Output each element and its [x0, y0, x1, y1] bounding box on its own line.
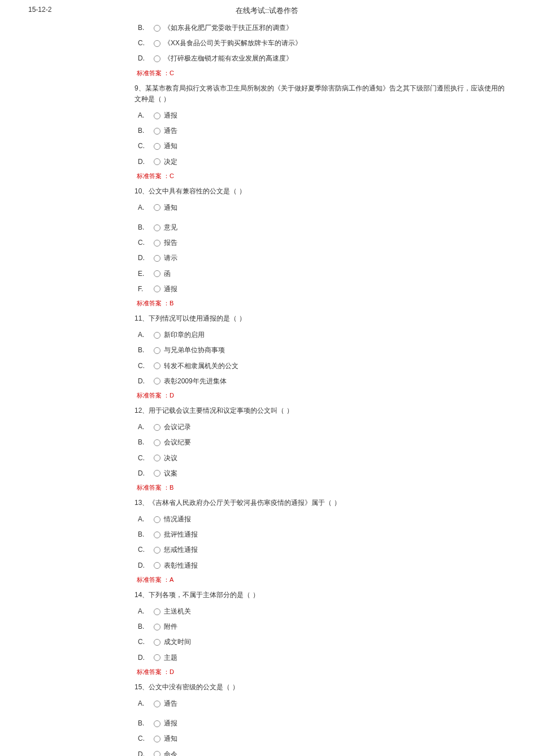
- option-row: C.报告: [134, 235, 506, 250]
- option-letter: B.: [134, 718, 153, 729]
- option-letter: D.: [134, 53, 153, 64]
- option-radio[interactable]: [154, 25, 160, 32]
- option-letter: A.: [134, 698, 153, 709]
- option-radio[interactable]: [154, 439, 160, 446]
- page-header: 15-12-2 在线考试::试卷作答: [0, 0, 534, 17]
- option-radio[interactable]: [154, 332, 160, 339]
- option-radio[interactable]: [154, 624, 160, 630]
- option-radio[interactable]: [154, 532, 160, 538]
- option-letter: A.: [134, 330, 153, 340]
- question-13-stem: 13、《吉林省人民政府办公厅关于蛟河县伤寒疫情的通报》属于（ ）: [134, 498, 506, 508]
- option-radio[interactable]: [154, 562, 160, 569]
- option-row: A.新印章的启用: [134, 327, 506, 343]
- option-text: 主题: [164, 653, 177, 663]
- option-row: D. 《打碎极左枷锁才能有农业发展的高速度》: [134, 51, 506, 66]
- option-radio[interactable]: [154, 608, 160, 615]
- option-radio[interactable]: [154, 347, 160, 354]
- option-letter: E.: [134, 269, 153, 279]
- option-radio[interactable]: [154, 55, 160, 62]
- option-letter: B.: [134, 345, 153, 356]
- question-10-options: A.通知 B.意见 C.报告 D.请示 E.函 F.通报: [134, 200, 506, 297]
- option-radio[interactable]: [154, 255, 160, 262]
- option-row: D.议案: [134, 466, 506, 481]
- standard-answer: 标准答案 ：C: [134, 172, 506, 180]
- option-radio[interactable]: [154, 378, 160, 385]
- option-radio[interactable]: [154, 224, 160, 231]
- option-row: C.决议: [134, 451, 506, 466]
- option-radio[interactable]: [154, 654, 160, 661]
- option-radio[interactable]: [154, 40, 160, 47]
- option-text: 通知: [164, 733, 177, 744]
- question-14-options: A.主送机关 B.附件 C.成文时间 D.主题: [134, 604, 506, 666]
- question-11-stem: 11、下列情况可以使用通报的是（ ）: [134, 313, 506, 324]
- option-text: 议案: [164, 468, 177, 479]
- option-radio[interactable]: [154, 270, 160, 277]
- question-9-options: A.通报 B.通告 C.通知 D.决定: [134, 108, 506, 170]
- option-letter: D.: [134, 653, 153, 663]
- option-radio[interactable]: [154, 143, 160, 150]
- option-letter: F.: [134, 284, 153, 295]
- option-text: 会议纪要: [164, 437, 191, 448]
- option-row: B.通告: [134, 123, 506, 139]
- option-row: B.附件: [134, 619, 506, 634]
- option-letter: D.: [134, 253, 153, 263]
- option-text: 表彰性通报: [164, 560, 198, 571]
- question-12-options: A.会议记录 B.会议纪要 C.决议 D.议案: [134, 420, 506, 481]
- option-text: 通报: [164, 284, 177, 295]
- option-radio[interactable]: [154, 128, 160, 135]
- option-radio[interactable]: [154, 736, 160, 742]
- spacer: [134, 711, 506, 716]
- option-text: 会议记录: [164, 422, 191, 433]
- question-15-options: A.通告 B.通报 C.通知 D.命令 E.公告: [134, 696, 506, 756]
- option-text: 《打碎极左枷锁才能有农业发展的高速度》: [164, 53, 293, 64]
- option-row: A.主送机关: [134, 604, 506, 619]
- option-letter: D.: [134, 468, 153, 479]
- option-letter: C.: [134, 141, 153, 152]
- option-row: A.会议记录: [134, 420, 506, 435]
- option-radio[interactable]: [154, 158, 160, 165]
- option-radio[interactable]: [154, 720, 160, 727]
- option-radio[interactable]: [154, 516, 160, 523]
- option-text: 请示: [164, 253, 177, 263]
- option-letter: C.: [134, 453, 153, 464]
- option-radio[interactable]: [154, 701, 160, 707]
- option-text: 《如东县化肥厂党委敢于扶正压邪的调查》: [164, 23, 293, 33]
- standard-answer: 标准答案 ：B: [134, 299, 506, 308]
- option-radio[interactable]: [154, 751, 160, 756]
- option-text: 命令: [164, 749, 177, 757]
- option-text: 新印章的启用: [164, 330, 205, 340]
- question-10-stem: 10、公文中具有兼容性的公文是（ ）: [134, 186, 506, 197]
- option-radio[interactable]: [154, 470, 160, 477]
- option-radio[interactable]: [154, 286, 160, 292]
- option-letter: C.: [134, 733, 153, 744]
- standard-answer: 标准答案 ：D: [134, 668, 506, 676]
- option-radio[interactable]: [154, 362, 160, 369]
- spacer: [134, 215, 506, 220]
- option-row: C.通知: [134, 731, 506, 746]
- option-letter: D.: [134, 376, 153, 387]
- option-row: C. 《XX县食品公司关于购买解放牌卡车的请示》: [134, 36, 506, 51]
- option-radio[interactable]: [154, 424, 160, 431]
- question-14-stem: 14、下列各项，不属于主体部分的是（ ）: [134, 590, 506, 601]
- option-radio[interactable]: [154, 240, 160, 247]
- option-letter: A.: [134, 606, 153, 617]
- option-row: C.通知: [134, 139, 506, 154]
- option-radio[interactable]: [154, 547, 160, 554]
- exam-content: B. 《如东县化肥厂党委敢于扶正压邪的调查》 C. 《XX县食品公司关于购买解放…: [134, 17, 506, 756]
- option-text: 意见: [164, 222, 177, 233]
- option-row: A.情况通报: [134, 512, 506, 527]
- option-letter: C.: [134, 545, 153, 555]
- option-radio[interactable]: [154, 455, 160, 461]
- question-12-stem: 12、用于记载会议主要情况和议定事项的公文叫（ ）: [134, 405, 506, 416]
- option-text: 函: [164, 269, 171, 279]
- standard-answer: 标准答案 ：B: [134, 483, 506, 492]
- option-text: 成文时间: [164, 637, 191, 647]
- option-radio[interactable]: [154, 113, 160, 119]
- option-letter: D.: [134, 157, 153, 167]
- option-text: 通报: [164, 718, 177, 729]
- option-letter: D.: [134, 560, 153, 571]
- option-radio[interactable]: [154, 639, 160, 646]
- option-radio[interactable]: [154, 204, 160, 211]
- option-text: 决定: [164, 157, 177, 167]
- option-letter: B.: [134, 437, 153, 448]
